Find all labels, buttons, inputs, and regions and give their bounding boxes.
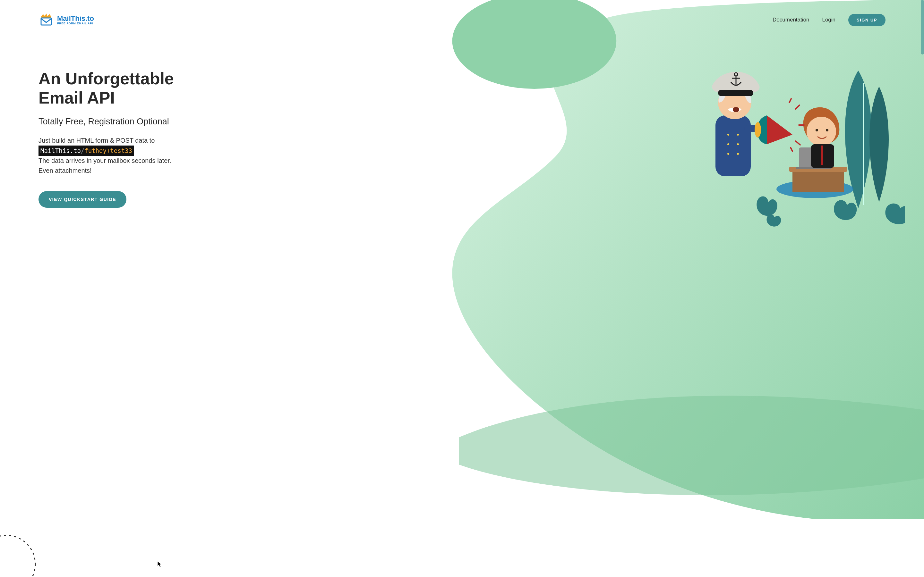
hero-illustration <box>661 29 905 247</box>
svg-point-16 <box>727 143 729 145</box>
svg-rect-3 <box>792 170 844 192</box>
svg-rect-20 <box>744 125 767 132</box>
cursor-icon <box>157 561 162 567</box>
svg-line-29 <box>796 105 800 109</box>
nav-login-link[interactable]: Login <box>822 17 835 23</box>
endpoint-code: MailThis.to/futhey+test33 <box>39 145 134 156</box>
worker-character-icon <box>803 107 840 168</box>
svg-point-22 <box>718 86 751 119</box>
svg-point-18 <box>727 153 729 155</box>
svg-marker-7 <box>812 155 815 159</box>
signup-button[interactable]: SIGN UP <box>848 14 885 26</box>
svg-rect-12 <box>821 145 823 165</box>
svg-point-8 <box>806 117 836 146</box>
megaphone-icon <box>754 99 804 151</box>
svg-rect-6 <box>796 167 831 169</box>
bush-icon <box>756 197 905 227</box>
svg-line-33 <box>790 147 792 151</box>
svg-rect-2 <box>863 83 864 205</box>
svg-point-19 <box>737 153 739 155</box>
svg-line-32 <box>789 99 791 103</box>
hero-subtitle: Totally Free, Registration Optional <box>39 117 186 127</box>
hero-desc-after-1: The data arrives in your mailbox seconds… <box>39 157 171 164</box>
code-alias: futhey+test33 <box>84 147 132 154</box>
svg-rect-11 <box>811 144 834 168</box>
svg-point-14 <box>727 134 729 135</box>
svg-rect-13 <box>716 115 751 176</box>
plant-tall-icon <box>845 71 889 208</box>
site-header: MailThis.to FREE FORM EMAIL API Document… <box>0 0 924 27</box>
mail-crown-icon <box>39 12 54 27</box>
svg-rect-24 <box>718 90 753 96</box>
svg-point-17 <box>737 143 739 145</box>
svg-point-34 <box>0 535 35 577</box>
brand-logo[interactable]: MailThis.to FREE FORM EMAIL API <box>39 12 94 27</box>
svg-rect-5 <box>799 147 828 168</box>
svg-point-15 <box>737 134 739 135</box>
hero-section: An Unforgettable Email API Totally Free,… <box>0 27 225 208</box>
captain-character-icon <box>712 72 771 176</box>
primary-nav: Documentation Login SIGN UP <box>772 14 885 26</box>
code-host: MailThis.to <box>40 147 81 154</box>
brand-tagline: FREE FORM EMAIL API <box>57 22 94 25</box>
nav-documentation-link[interactable]: Documentation <box>772 17 809 23</box>
code-slash: / <box>81 147 84 154</box>
svg-point-28 <box>754 122 761 137</box>
svg-point-9 <box>816 129 818 131</box>
hero-title: An Unforgettable Email API <box>39 69 186 108</box>
svg-point-25 <box>734 73 738 76</box>
svg-point-21 <box>764 125 771 132</box>
svg-line-31 <box>796 141 800 145</box>
dashed-circle-decoration <box>0 532 39 577</box>
anchor-icon <box>731 73 741 85</box>
brand-name: MailThis.to <box>57 15 94 22</box>
background-blob <box>388 0 924 519</box>
puddle-icon <box>776 180 853 198</box>
svg-rect-1 <box>41 18 51 25</box>
hero-desc-before: Just build an HTML form & POST data to <box>39 137 155 144</box>
svg-point-23 <box>733 107 739 112</box>
hero-description: Just build an HTML form & POST data to M… <box>39 135 186 176</box>
quickstart-button[interactable]: VIEW QUICKSTART GUIDE <box>39 191 126 208</box>
desk-icon <box>789 167 847 192</box>
svg-rect-4 <box>789 167 847 172</box>
hero-desc-after-2: Even attachments! <box>39 167 92 174</box>
svg-point-10 <box>826 129 829 131</box>
scrollbar-thumb[interactable] <box>921 0 924 55</box>
laptop-icon <box>796 147 831 169</box>
